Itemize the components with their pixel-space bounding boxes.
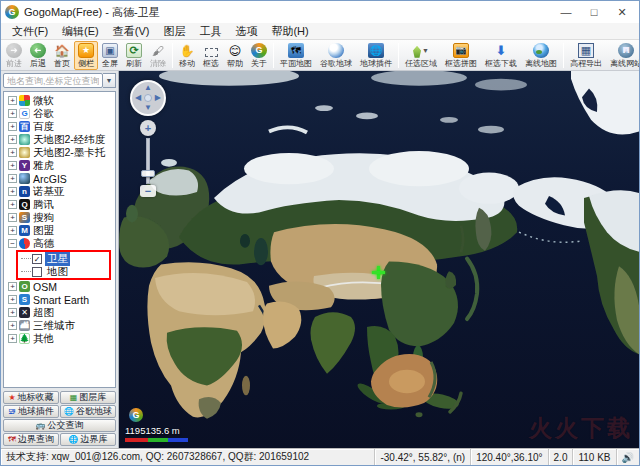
sidebar-toggle-button[interactable]: 侧栏 [74,41,98,70]
minimize-button[interactable]: — [553,3,579,21]
arcgis-icon [19,173,30,184]
tree-item-tianditu-mercator[interactable]: +天地图2-墨卡托 [6,146,115,159]
mapabc-icon: M [19,225,30,236]
maximize-button[interactable]: □ [581,3,607,21]
tree-item-supermap[interactable]: +✕超图 [6,306,115,319]
pan-center-icon[interactable] [144,94,152,102]
zoom-slider-track[interactable] [146,138,150,184]
tree-item-nokia[interactable]: +n诺基亚 [6,185,115,198]
pan-tool-button[interactable]: 移动 [175,41,199,70]
expand-icon[interactable]: + [8,148,17,157]
menu-options[interactable]: 选项 [228,23,264,40]
expand-icon[interactable]: + [8,282,17,291]
tree-item-microsoft[interactable]: +微软 [6,94,115,107]
menu-help[interactable]: 帮助(H) [264,23,315,40]
satellite-checkbox[interactable]: ✓ [32,254,42,264]
layer-library-button[interactable]: ▦图层库 [60,391,116,404]
fullscreen-button[interactable]: 全屏 [98,41,122,70]
tree-item-google[interactable]: +G谷歌 [6,107,115,120]
tree-item-amap[interactable]: −高德 [6,237,115,250]
tree-item-yahoo[interactable]: +Y雅虎 [6,159,115,172]
layers-icon: ▦ [70,394,78,402]
box-select-button[interactable]: 框选 [199,41,223,70]
home-icon [54,43,70,58]
google-earth-button[interactable]: 谷歌地球 [316,41,356,70]
tree-item-tianditu-latlon[interactable]: +天地图2-经纬度 [6,133,115,146]
close-button[interactable]: ✕ [609,3,635,21]
expand-icon[interactable]: + [8,295,17,304]
tree-item-amap-map[interactable]: 地图 [19,265,108,278]
expand-icon[interactable]: + [8,213,17,222]
search-input[interactable] [3,73,103,88]
tree-item-sogou[interactable]: +S搜狗 [6,211,115,224]
dropdown-arrow-icon[interactable]: ▼ [422,47,429,54]
free-region-button[interactable]: ▼ 任选区域 [401,41,441,70]
zoom-in-button[interactable]: + [140,120,156,136]
collapse-icon[interactable]: − [8,239,17,248]
tree-item-arcgis[interactable]: +ArcGIS [6,172,115,185]
flat-map-icon [288,43,304,58]
flag-map-icon: 🗺 [8,436,16,444]
gogomap-logo-icon: G [129,408,143,422]
flat-map-button[interactable]: 平面地图 [276,41,316,70]
expand-icon[interactable]: + [8,122,17,131]
help-button[interactable]: 帮助 [223,41,247,70]
monitor-icon: 🖳 [8,408,16,416]
pan-control[interactable]: ▲ ▼ ◀ ▶ [130,80,166,116]
expand-icon[interactable]: + [8,161,17,170]
home-button[interactable]: 首页 [50,41,74,70]
tree-item-mapabc[interactable]: +M图盟 [6,224,115,237]
offline-site-button[interactable]: 离线网站 [606,41,639,70]
landmark-favorites-button[interactable]: ★地标收藏 [3,391,59,404]
tree-item-baidu[interactable]: +百百度 [6,120,115,133]
sound-icon[interactable]: 🔊 [617,449,639,465]
google-earth-panel-button[interactable]: 🌐谷歌地球 [60,405,116,418]
elevation-export-button[interactable]: 高程导出 [566,41,606,70]
expand-icon[interactable]: + [8,334,17,343]
tree-item-osm[interactable]: +OOSM [6,280,115,293]
zoom-slider-handle[interactable] [141,170,155,177]
boundary-library-button[interactable]: 🌐边界库 [60,433,116,446]
expand-icon[interactable]: + [8,174,17,183]
tree-item-smart-earth[interactable]: +SSmart Earth [6,293,115,306]
offline-map-button[interactable]: 离线地图 [521,41,561,70]
bus-query-button[interactable]: 🚌公交查询 [3,419,116,432]
expand-icon[interactable]: + [8,96,17,105]
pan-down-icon[interactable]: ▼ [144,104,152,112]
expand-icon[interactable]: + [8,308,17,317]
tree-item-amap-satellite[interactable]: ✓ 卫星 [19,252,108,265]
menu-layers[interactable]: 图层 [156,23,192,40]
tree-item-3d-city[interactable]: +🏙三维城市 [6,319,115,332]
google-icon: G [19,108,30,119]
zoom-out-button[interactable]: − [140,185,156,197]
menu-file[interactable]: 文件(F) [5,23,55,40]
toolbar-separator [273,43,274,68]
box-mosaic-button[interactable]: 框选拼图 [441,41,481,70]
satellite-map-view[interactable]: ▲ ▼ ◀ ▶ + − G 1195135.6 m 火火下载 [119,71,639,448]
tree-connector [21,271,31,272]
pan-right-icon[interactable]: ▶ [155,94,161,102]
earth-plugin-button[interactable]: 地球插件 [356,41,396,70]
search-dropdown-button[interactable]: ▼ [103,73,116,88]
tree-item-other[interactable]: +🌲其他 [6,332,115,345]
expand-icon[interactable]: + [8,226,17,235]
box-download-button[interactable]: 框选下载 [481,41,521,70]
menu-edit[interactable]: 编辑(E) [55,23,106,40]
menu-tools[interactable]: 工具 [192,23,228,40]
earth-plugin-panel-button[interactable]: 🖳地球插件 [3,405,59,418]
tree-connector [21,258,31,259]
expand-icon[interactable]: + [8,321,17,330]
boundary-query-button[interactable]: 🗺边界查询 [3,433,59,446]
expand-icon[interactable]: + [8,187,17,196]
about-button[interactable]: 关于 [247,41,271,70]
map-checkbox[interactable] [32,267,42,277]
pan-left-icon[interactable]: ◀ [135,94,141,102]
refresh-button[interactable]: 刷新 [122,41,146,70]
expand-icon[interactable]: + [8,109,17,118]
back-button[interactable]: 后退 [26,41,50,70]
expand-icon[interactable]: + [8,200,17,209]
pan-up-icon[interactable]: ▲ [144,84,152,92]
menu-view[interactable]: 查看(V) [106,23,157,40]
expand-icon[interactable]: + [8,135,17,144]
tree-item-tencent[interactable]: +Q腾讯 [6,198,115,211]
